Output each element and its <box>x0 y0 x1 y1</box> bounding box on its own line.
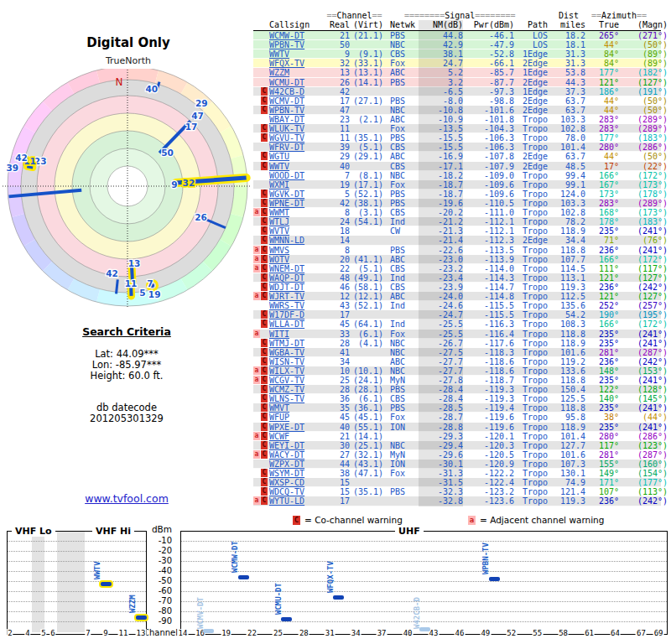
callsign-link[interactable]: WILX-TV <box>269 366 304 376</box>
callsign-link[interactable]: WXSP-CD <box>269 478 304 487</box>
nm-db-cell: -18.2 <box>419 171 463 180</box>
network-cell: PBS <box>383 487 419 496</box>
virt-channel-cell: (21.1) <box>350 31 383 40</box>
callsign-link[interactable]: WEYI-DT <box>269 441 304 450</box>
callsign-link[interactable]: WJRT-TV <box>269 292 304 301</box>
callsign-link[interactable]: W17DF-D <box>269 310 304 319</box>
callsign-cell: WCMW-DT <box>269 31 324 40</box>
real-channel-cell: 21 <box>324 432 350 441</box>
co-channel-marker: C <box>261 423 268 431</box>
nm-db-cell: -6.5 <box>419 87 463 96</box>
dist-miles-cell: 118.9 <box>548 423 585 432</box>
callsign-link[interactable]: WWTV <box>269 162 289 171</box>
callsign-link[interactable]: WCWF <box>269 432 289 441</box>
callsign-link[interactable]: W42CB-D <box>269 87 304 96</box>
callsign-link[interactable]: WPBN-TV <box>269 40 304 49</box>
co-channel-marker: C <box>261 226 268 235</box>
callsign-link[interactable]: WPXE-DT <box>269 423 304 432</box>
callsign-link[interactable]: WPBN-TV <box>269 106 304 115</box>
callsign-link[interactable]: WBAY-DT <box>269 115 304 124</box>
callsign-link[interactable]: WXMI <box>269 180 289 190</box>
callsign-link[interactable]: WLNS-TV <box>269 394 304 403</box>
radar-channel-label: 11 <box>125 278 138 288</box>
dist-miles-cell: 150.4 <box>548 385 585 394</box>
callsign-cell: WCMU-DT <box>269 78 324 87</box>
callsign-link[interactable]: WTLJ <box>269 217 289 226</box>
callsign-link[interactable]: WOOD-DT <box>269 171 304 180</box>
network-cell: NBC <box>383 339 419 348</box>
callsign-link[interactable]: WAQP-DT <box>269 273 304 283</box>
callsign-link[interactable]: WWTV <box>269 49 289 59</box>
path-cell: Tropo <box>514 487 548 496</box>
row-markers <box>253 31 269 40</box>
callsign-link[interactable]: WYTU-LD <box>269 496 304 506</box>
row-markers <box>253 78 269 87</box>
callsign-link[interactable]: WVTV <box>269 226 289 236</box>
dbm-gridline <box>8 541 146 542</box>
callsign-link[interactable]: WACY-DT <box>269 450 304 460</box>
radar-channel-label: 7 <box>147 278 153 288</box>
callsign-link[interactable]: WFUP <box>269 413 289 422</box>
dbm-tick-label: -50 <box>145 576 172 585</box>
callsign-link[interactable]: WCMW-DT <box>269 31 304 40</box>
callsign-link[interactable]: WWMT <box>269 208 289 217</box>
network-cell: MyN <box>383 376 419 385</box>
callsign-link[interactable]: WITI <box>269 330 289 339</box>
callsign-cell: WCWF <box>269 432 324 441</box>
dist-miles-cell: 118.9 <box>548 226 585 236</box>
path-cell: Tropo <box>514 385 548 394</box>
path-cell: Tropo <box>514 441 548 450</box>
callsign-link[interactable]: WWRS-TV <box>269 301 304 310</box>
callsign-link[interactable]: WPNE-DT <box>269 199 304 208</box>
callsign-link[interactable]: WDCQ-TV <box>269 487 304 496</box>
callsign-cell: WMNN-LD <box>269 236 324 245</box>
callsign-link[interactable]: WLLA-DT <box>269 319 304 329</box>
callsign-link[interactable]: WNEM-DT <box>269 264 304 273</box>
callsign-link[interactable]: WGBA-TV <box>269 348 304 357</box>
callsign-link[interactable]: WMVT <box>269 403 289 413</box>
callsign-link[interactable]: WGTU <box>269 152 289 161</box>
nm-db-cell: -21.3 <box>419 226 463 236</box>
adjacent-marker-slot <box>253 348 260 356</box>
callsign-link[interactable]: WFRV-DT <box>269 143 304 152</box>
signal-bar <box>489 577 500 581</box>
table-row: aCWCGV-TV25(24.1)MyN-27.8-118.7Tropo118.… <box>253 376 661 385</box>
callsign-link[interactable]: WMVS <box>269 246 289 255</box>
adjacent-channel-marker: a <box>253 246 260 254</box>
callsign-link[interactable]: WMNN-LD <box>269 236 304 245</box>
callsign-link[interactable]: WGVU-TV <box>269 133 304 143</box>
dist-miles-cell: 125.5 <box>548 394 585 403</box>
callsign-link[interactable]: WLUK-TV <box>269 124 304 133</box>
path-cell: 2Edge <box>514 162 548 171</box>
callsign-link[interactable]: WSYM-DT <box>269 469 304 478</box>
callsign-link[interactable]: WISN-TV <box>269 357 304 366</box>
callsign-link[interactable]: WZPX-DT <box>269 460 304 469</box>
network-cell: ABC <box>383 152 419 161</box>
callsign-cell: WTMJ-DT <box>269 339 324 348</box>
callsign-link[interactable]: WOTV <box>269 255 289 264</box>
dbm-tick-label: -20 <box>145 546 172 555</box>
callsign-link[interactable]: WCMV-DT <box>269 96 304 106</box>
callsign-link[interactable]: WFQX-TV <box>269 59 304 68</box>
callsign-link[interactable]: WTMJ-DT <box>269 339 304 348</box>
signal-bar-label: W42CB-D <box>413 597 421 629</box>
callsign-link[interactable]: WCMZ-TV <box>269 385 304 394</box>
callsign-link[interactable]: WCMU-DT <box>269 78 304 87</box>
dbm-gridline <box>8 611 146 612</box>
callsign-link[interactable]: WZZM <box>269 68 289 77</box>
callsign-cell: WNEM-DT <box>269 264 324 273</box>
azimuth-true-cell: 235° <box>585 330 619 339</box>
azimuth-true-cell: 168° <box>585 208 619 217</box>
path-cell: Tropo <box>514 319 548 329</box>
azimuth-true-cell: 235° <box>585 423 619 432</box>
callsign-link[interactable]: WCGV-TV <box>269 376 304 385</box>
tvfool-link[interactable]: www.tvfool.com <box>0 492 253 505</box>
virt-channel-cell: (24.1) <box>350 376 383 385</box>
nm-db-cell: 38.1 <box>419 49 463 59</box>
network-cell: Fox <box>383 180 419 190</box>
callsign-link[interactable]: WGVK-DT <box>269 190 304 199</box>
callsign-link[interactable]: WDJT-DT <box>269 283 304 292</box>
co-channel-marker: C <box>261 357 268 366</box>
azimuth-magn-cell: (177°) <box>619 478 668 487</box>
real-channel-cell: 45 <box>324 413 350 422</box>
